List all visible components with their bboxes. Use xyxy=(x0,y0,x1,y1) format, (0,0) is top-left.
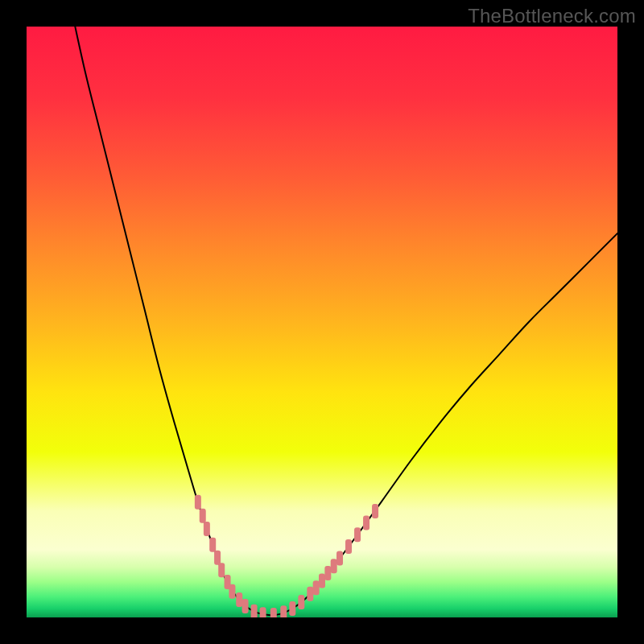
marker-dot xyxy=(372,504,378,518)
marker-dot xyxy=(218,563,225,577)
marker-dot xyxy=(204,522,210,536)
marker-dot xyxy=(345,539,352,554)
marker-dot xyxy=(280,605,287,617)
marker-dot xyxy=(331,559,337,573)
chart-plot-area xyxy=(27,27,617,617)
marker-dot xyxy=(324,566,331,580)
marker-dot xyxy=(200,509,206,523)
marker-dot xyxy=(229,584,235,599)
marker-dot xyxy=(307,587,313,601)
watermark-text: TheBottleneck.com xyxy=(468,5,636,27)
marker-dot xyxy=(298,595,304,609)
marker-dot xyxy=(313,580,320,595)
marker-dot xyxy=(270,608,277,617)
marker-dot xyxy=(289,601,295,616)
chart-container: TheBottleneck.com xyxy=(0,0,644,644)
marker-dot xyxy=(242,599,249,613)
marker-dot xyxy=(195,495,201,510)
marker-dot xyxy=(214,551,221,565)
marker-dot xyxy=(209,538,216,552)
marker-dot xyxy=(251,605,258,617)
marker-dot xyxy=(354,527,361,542)
marker-dot xyxy=(363,516,369,530)
marker-dot xyxy=(336,551,343,566)
marker-dot xyxy=(260,607,266,617)
marker-dot xyxy=(319,573,325,588)
marker-dot xyxy=(236,592,242,607)
